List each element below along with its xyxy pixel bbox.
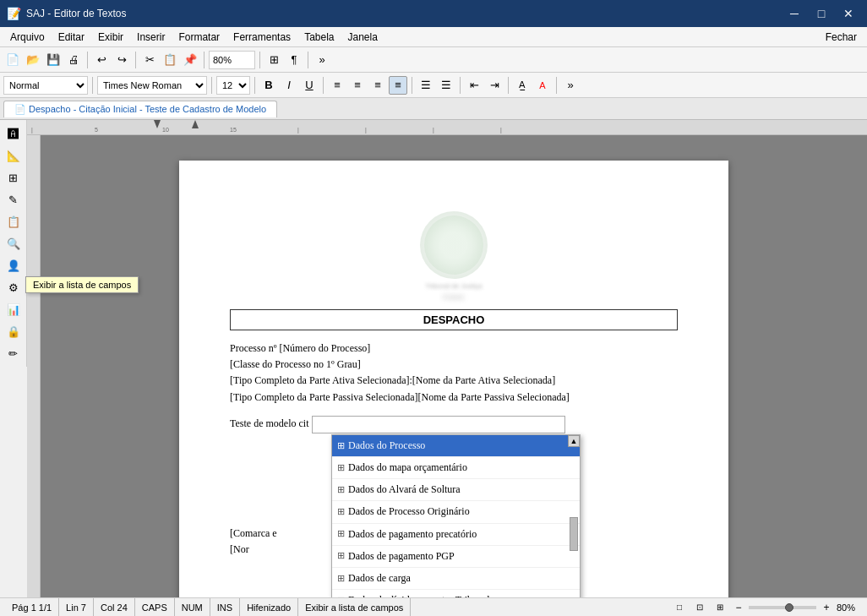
status-page: Pág 1 1/1	[5, 598, 59, 616]
svg-text:|: |	[365, 127, 367, 134]
style-select[interactable]: Normal	[3, 76, 88, 95]
paste-button[interactable]: 📌	[181, 51, 199, 69]
menu-tabela[interactable]: Tabela	[297, 30, 341, 45]
status-caps[interactable]: CAPS	[135, 598, 175, 616]
font-select[interactable]: Times New Roman	[97, 76, 207, 95]
size-select[interactable]: 12	[216, 76, 250, 95]
titlebar: 📝 SAJ - Editor de Textos ─ □ ✕	[0, 0, 867, 27]
align-left[interactable]: ≡	[328, 76, 346, 95]
align-center[interactable]: ≡	[348, 76, 367, 95]
menu-ferramentas[interactable]: Ferramentas	[226, 30, 297, 45]
fields-button[interactable]: ⊞	[3, 167, 24, 188]
zoom-slider[interactable]	[749, 606, 816, 609]
view-web-button[interactable]: ⊡	[691, 600, 708, 615]
svg-text:|: |	[433, 127, 434, 134]
ruler-svg: | 5 10 15 | | | |	[27, 120, 867, 135]
copy-button[interactable]: 📋	[161, 51, 179, 69]
menu-exibir[interactable]: Exibir	[91, 30, 130, 45]
lt-btn-1[interactable]: 🅰	[3, 123, 24, 144]
menu-fechar[interactable]: Fechar	[819, 30, 864, 45]
align-justify[interactable]: ≡	[389, 76, 407, 95]
status-num[interactable]: NUM	[175, 598, 210, 616]
dropdown-item-7[interactable]: ⊞ Dados da dívida em outro Tribunal	[332, 590, 580, 597]
table-button[interactable]: ⊞	[264, 51, 283, 69]
zoom-minus-button[interactable]: −	[732, 601, 745, 614]
redo-button[interactable]: ↪	[112, 51, 131, 69]
lt-btn-8[interactable]: ⚙	[3, 277, 24, 297]
font-color[interactable]: A	[533, 76, 552, 95]
cut-button[interactable]: ✂	[140, 51, 159, 69]
highlight-button[interactable]: A̲	[513, 76, 532, 95]
dropdown-label-6: Dados de carga	[348, 570, 411, 586]
new-button[interactable]: 📄	[3, 51, 22, 69]
svg-text:10: 10	[162, 127, 169, 133]
close-button[interactable]: ✕	[837, 5, 860, 22]
dropdown-item-3[interactable]: ⊞ Dados de Processo Originário	[332, 501, 580, 523]
status-exibir[interactable]: Exibir a lista de campos	[298, 598, 411, 616]
open-button[interactable]: 📂	[24, 51, 42, 69]
view-print-button[interactable]: ⊞	[712, 600, 728, 615]
svg-text:15: 15	[230, 127, 237, 133]
lt-btn-11[interactable]: ✏	[3, 343, 24, 363]
sep4	[259, 52, 260, 68]
document-tab[interactable]: 📄 Despacho - Citação Inicial - Teste de …	[3, 101, 277, 117]
format-button[interactable]: ¶	[285, 51, 303, 69]
doc-line2: [Classe do Processo no 1º Grau]	[230, 357, 678, 373]
main-area: 🅰 📐 ⊞ ✎ 📋 🔍 👤 ⚙ 📊 🔒 ✏ Exibir a lista de …	[0, 120, 867, 597]
toolbar1: 📄 📂 💾 🖨 ↩ ↪ ✂ 📋 📌 80% ⊞ ¶ »	[0, 47, 867, 73]
scroll-up-button[interactable]: ▲	[568, 435, 580, 447]
indent-increase[interactable]: ⇥	[485, 76, 504, 95]
italic-button[interactable]: I	[280, 76, 298, 95]
app-icon: 📝	[7, 7, 21, 20]
zoom-plus-button[interactable]: +	[820, 601, 833, 614]
list-ordered[interactable]: ☰	[437, 76, 455, 95]
print-button[interactable]: 🖨	[64, 51, 83, 69]
bold-button[interactable]: B	[259, 76, 278, 95]
menu-inserir[interactable]: Inserir	[130, 30, 172, 45]
status-ins[interactable]: INS	[210, 598, 240, 616]
model-text-input[interactable]	[312, 416, 565, 433]
more-btn2[interactable]: »	[561, 76, 580, 95]
minimize-button[interactable]: ─	[782, 5, 806, 22]
underline-button[interactable]: U	[300, 76, 319, 95]
lt-btn-7[interactable]: 👤	[3, 255, 24, 275]
menu-formatar[interactable]: Formatar	[172, 30, 226, 45]
status-col: Col 24	[94, 598, 135, 616]
logo-circle	[420, 211, 488, 279]
list-unordered[interactable]: ☰	[417, 76, 435, 95]
svg-rect-0	[27, 120, 867, 135]
zoom-thumb	[785, 603, 793, 612]
menu-arquivo[interactable]: Arquivo	[3, 30, 52, 45]
more-btn[interactable]: »	[313, 51, 331, 69]
svg-text:5: 5	[95, 127, 98, 133]
lt-btn-10[interactable]: 🔒	[3, 321, 24, 341]
lt-btn-9[interactable]: 📊	[3, 299, 24, 319]
undo-button[interactable]: ↩	[92, 51, 111, 69]
page-area: Tribunal de Justiça Estado DESPACHO Proc…	[41, 135, 867, 597]
menu-janela[interactable]: Janela	[341, 30, 384, 45]
lt-btn-6[interactable]: 🔍	[3, 233, 24, 253]
view-normal-button[interactable]: □	[671, 600, 688, 615]
menubar: Arquivo Editar Exibir Inserir Formatar F…	[0, 27, 867, 47]
maximize-button[interactable]: □	[810, 5, 833, 22]
dropdown-item-5[interactable]: ⊞ Dados de pagamento PGP	[332, 546, 580, 568]
dropdown-item-6[interactable]: ⊞ Dados de carga	[332, 568, 580, 590]
editor-wrapper[interactable]: Tribunal de Justiça Estado DESPACHO Proc…	[27, 135, 867, 597]
menu-editar[interactable]: Editar	[52, 30, 91, 45]
dropdown-item-4[interactable]: ⊞ Dados de pagamento precatório	[332, 524, 580, 546]
dropdown-item-0[interactable]: ⊞ Dados do Processo	[332, 435, 580, 457]
lt-btn-4[interactable]: ✎	[3, 189, 24, 210]
logo-subtext: Estado	[230, 293, 678, 301]
doc-title: DESPACHO	[230, 309, 678, 330]
dropdown-item-1[interactable]: ⊞ Dados do mapa orçamentário	[332, 457, 580, 479]
save-button[interactable]: 💾	[44, 51, 63, 69]
h-ruler: | 5 10 15 | | | |	[27, 120, 867, 135]
lt-btn-2[interactable]: 📐	[3, 145, 24, 166]
lt-btn-5[interactable]: 📋	[3, 211, 24, 232]
align-right[interactable]: ≡	[368, 76, 387, 95]
indent-decrease[interactable]: ⇤	[465, 76, 483, 95]
tab-icon: 📄	[14, 104, 29, 114]
dropdown-item-2[interactable]: ⊞ Dados do Alvará de Soltura	[332, 479, 580, 501]
dropdown-label-3: Dados de Processo Originário	[348, 504, 470, 520]
doc-line3: [Tipo Completo da Parte Ativa Selecionad…	[230, 373, 678, 389]
